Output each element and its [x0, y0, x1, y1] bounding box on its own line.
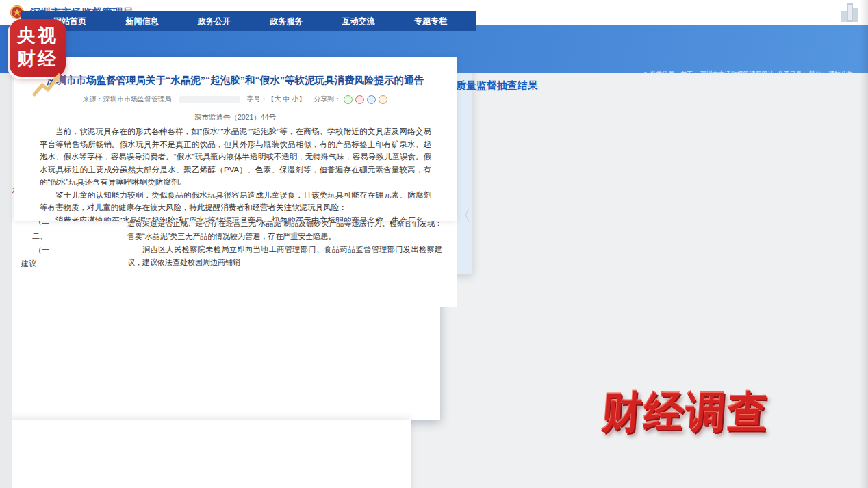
paragraph: 涧西区人民检察院未检局立即向当地工商管理部门、食品药品监督管理部门发出检察建议，… [127, 243, 442, 269]
program-watermark: 财经调查 [600, 384, 865, 441]
guangdong-top-navbar: 网站首页 新闻信息 政务公开 政务服务 互动交流 专题专栏 [21, 11, 476, 31]
shaoxing-article-window: 鲜艳新奇的水晶泥却有毒有害，检察建议“清走”校园周边“三无”玩具 绍兴检察 [0, 420, 411, 488]
paragraph: 鉴于儿童的认知能力较弱，类似食品的假水玩具很容易造成儿童误食，且该类玩具可能存在… [40, 189, 431, 214]
breadcrumb[interactable]: ◎ 当前位置：首页 > 深圳市市场监督管理局网站_公开目录 > 其他 > 通知公… [643, 70, 853, 79]
location-pin-icon: ◎ [643, 70, 648, 77]
building-icon [838, 1, 861, 24]
nav-item-interaction[interactable]: 互动交流 [342, 16, 375, 27]
notice-body: 当前，软泥玩具存在的形式各种各样，如“假水”“水晶泥”“起泡胶”等，在商场、学校… [40, 125, 431, 221]
notice-document: 深圳市市场监督管理局关于“水晶泥”“起泡胶”和“假水”等软泥玩具消费风险提示的通… [14, 57, 457, 221]
document-number: 深市监通告（2021）44号 [14, 113, 457, 123]
breadcrumb-text: 当前位置：首页 > 深圳市市场监督管理局网站_公开目录 > 其他 > 通知公告 [650, 70, 853, 77]
notice-title: 深圳市市场监督管理局关于“水晶泥”“起泡胶”和“假水”等软泥玩具消费风险提示的通… [22, 74, 448, 87]
nav-item-special[interactable]: 专题专栏 [414, 16, 447, 27]
clipped-text-line: （一 [34, 245, 49, 255]
font-size-switcher[interactable]: 字号：【大 中 小】 [247, 94, 306, 104]
clipped-text-line: 二、 [32, 231, 47, 242]
nav-item-gov-open[interactable]: 政务公开 [198, 16, 231, 27]
notice-meta: 来源：深圳市市场监督管理局 字号：【大 中 小】 分享到： [14, 94, 457, 104]
notice-source: 来源：深圳市市场监督管理局 [83, 94, 172, 104]
cctv-finance-logo: 央视 财经 [10, 19, 66, 77]
share-wechat-icon[interactable] [344, 95, 353, 104]
share-weibo-icon[interactable] [355, 95, 364, 104]
logo-arrow-icon [19, 47, 75, 104]
share-label: 分享到： [314, 94, 341, 104]
background-left-strip [0, 31, 12, 488]
carousel-left-chevron-icon[interactable]: 〈 [456, 205, 471, 226]
paragraph: 消费者应谨慎购买“水晶泥”“起泡胶”和“假水”等软泥玩具商品，切勿购买无中文标明… [40, 214, 431, 222]
share-qq-icon[interactable] [367, 95, 376, 104]
clipped-text-line: 建议 [21, 259, 36, 269]
share-more-icon[interactable] [379, 95, 387, 104]
paragraph: 当前，软泥玩具存在的形式各种各样，如“假水”“水晶泥”“起泡胶”等，在商场、学校… [40, 125, 431, 189]
nav-item-gov-service[interactable]: 政务服务 [270, 16, 303, 27]
blurred-text [179, 96, 240, 103]
nav-item-news[interactable]: 新闻信息 [125, 16, 158, 27]
tv-frame: 新闻信息 > 新闻发布厅 “假水”玩具消费提示 信息来源：广东省市场监督管理局 … [0, 0, 868, 488]
logo-line1: 央视 [10, 24, 66, 47]
